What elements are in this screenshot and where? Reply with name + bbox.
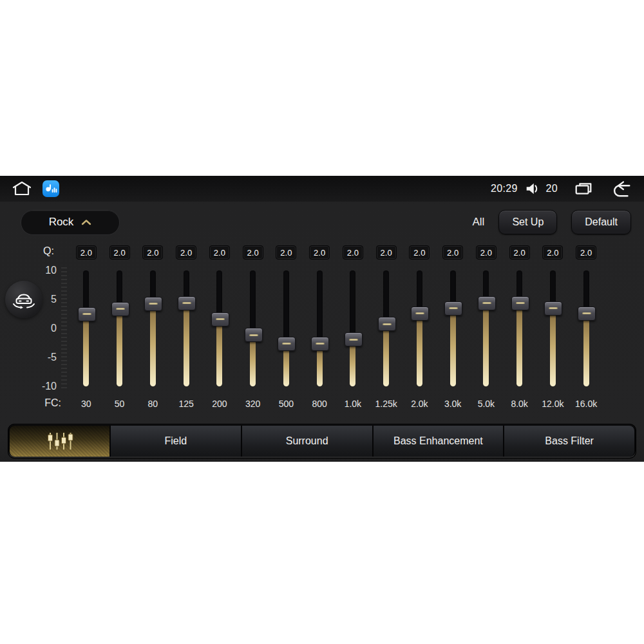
gain-slider-30[interactable] (77, 270, 96, 386)
back-icon[interactable] (611, 180, 632, 198)
slider-fill (350, 344, 355, 386)
slider-handle[interactable] (278, 337, 296, 351)
gain-slider-3.0k[interactable] (443, 270, 462, 386)
q-value-16.0k[interactable]: 2.0 (576, 245, 596, 260)
eq-band-320: 2.0320 (236, 245, 270, 413)
slider-fill (417, 318, 422, 386)
freq-label: 125 (178, 399, 193, 409)
freq-label: 80 (148, 399, 158, 409)
freq-label: 3.0k (444, 399, 461, 409)
gain-slider-320[interactable] (243, 270, 263, 386)
slider-fill (216, 324, 222, 386)
slider-handle[interactable] (78, 307, 96, 321)
q-value-500[interactable]: 2.0 (276, 245, 296, 260)
gain-slider-1.25k[interactable] (377, 270, 396, 386)
tab-field[interactable]: Field (109, 426, 241, 457)
q-value-8.0k[interactable]: 2.0 (509, 245, 530, 260)
preset-value: Rock (49, 216, 74, 229)
freq-label: 5.0k (478, 399, 495, 409)
gain-slider-1.0k[interactable] (343, 270, 363, 386)
freq-label: 320 (245, 399, 260, 409)
tab-label: Field (165, 435, 187, 447)
eq-band-80: 2.080 (137, 245, 170, 413)
slider-handle[interactable] (444, 301, 462, 316)
slider-handle[interactable] (211, 312, 229, 327)
scale-ticks (61, 267, 67, 388)
gain-slider-8.0k[interactable] (510, 270, 529, 386)
slider-handle[interactable] (311, 337, 329, 351)
freq-label: 50 (115, 399, 125, 409)
all-label[interactable]: All (472, 216, 484, 229)
eq-band-3.0k: 2.03.0k (436, 245, 469, 413)
gain-slider-12.0k[interactable] (543, 270, 562, 386)
q-value-320[interactable]: 2.0 (243, 245, 263, 260)
gain-slider-5.0k[interactable] (477, 270, 496, 386)
q-value-3.0k[interactable]: 2.0 (442, 245, 463, 260)
slider-fill (317, 348, 323, 386)
q-value-1.0k[interactable]: 2.0 (343, 245, 363, 260)
handle-grip-line (82, 313, 91, 315)
q-value-1.25k[interactable]: 2.0 (376, 245, 397, 260)
status-bar: 20:29 20 (0, 176, 644, 202)
preset-dropdown[interactable]: Rock (21, 210, 120, 235)
gain-slider-500[interactable] (276, 270, 296, 386)
handle-grip-line (316, 343, 325, 345)
gain-slider-2.0k[interactable] (410, 270, 429, 386)
eq-bands: 2.0302.0502.0802.01252.02002.03202.05002… (70, 245, 603, 413)
ai-assistant-icon[interactable] (43, 180, 59, 197)
slider-fill (516, 308, 522, 386)
gain-slider-800[interactable] (310, 270, 329, 386)
slider-handle[interactable] (544, 301, 562, 316)
gain-slider-200[interactable] (210, 270, 229, 386)
eq-band-12.0k: 2.012.0k (536, 245, 570, 413)
recent-apps-icon[interactable] (573, 180, 594, 197)
home-icon[interactable] (12, 180, 32, 198)
slider-handle[interactable] (144, 297, 162, 311)
scale-label: 0 (18, 323, 57, 334)
freq-label: 30 (81, 399, 91, 409)
q-value-800[interactable]: 2.0 (309, 245, 330, 260)
eq-band-1.0k: 2.01.0k (336, 245, 370, 413)
handle-grip-line (216, 318, 225, 320)
tab-eq[interactable] (10, 426, 109, 457)
gain-slider-80[interactable] (143, 270, 162, 386)
slider-handle[interactable] (511, 296, 529, 310)
eq-band-50: 2.050 (103, 245, 137, 413)
setup-button[interactable]: Set Up (498, 210, 557, 234)
q-value-12.0k[interactable]: 2.0 (542, 245, 563, 260)
q-value-80[interactable]: 2.0 (142, 245, 163, 260)
slider-fill (83, 319, 89, 386)
slider-handle[interactable] (178, 296, 196, 310)
tab-label: Bass Filter (545, 435, 594, 447)
q-value-5.0k[interactable]: 2.0 (476, 245, 497, 260)
gain-slider-16.0k[interactable] (576, 270, 596, 386)
slider-handle[interactable] (345, 332, 363, 346)
slider-fill (483, 308, 489, 386)
slider-handle[interactable] (378, 317, 396, 331)
freq-label: 1.25k (375, 399, 397, 409)
q-value-30[interactable]: 2.0 (76, 245, 97, 260)
gain-slider-125[interactable] (176, 270, 196, 386)
eq-band-125: 2.0125 (169, 245, 203, 413)
eq-band-2.0k: 2.02.0k (403, 245, 437, 413)
fc-row-label: FC: (26, 397, 61, 409)
q-value-200[interactable]: 2.0 (209, 245, 230, 260)
handle-grip-line (182, 302, 191, 304)
freq-label: 200 (212, 399, 227, 409)
q-value-50[interactable]: 2.0 (109, 245, 130, 260)
slider-handle[interactable] (245, 328, 263, 342)
tab-bass_enhancement[interactable]: Bass Enhancement (372, 426, 504, 457)
slider-handle[interactable] (411, 307, 429, 321)
q-value-125[interactable]: 2.0 (176, 245, 196, 260)
gain-slider-50[interactable] (110, 270, 129, 386)
eq-band-5.0k: 2.05.0k (469, 245, 503, 413)
tab-surround[interactable]: Surround (241, 426, 372, 457)
slider-handle[interactable] (111, 302, 129, 316)
scale-label: 10 (18, 265, 57, 276)
slider-handle[interactable] (578, 307, 596, 321)
default-button[interactable]: Default (571, 210, 631, 234)
eq-band-200: 2.0200 (203, 245, 236, 413)
slider-handle[interactable] (478, 296, 496, 310)
tab-bass_filter[interactable]: Bass Filter (503, 426, 634, 457)
q-value-2.0k[interactable]: 2.0 (409, 245, 430, 260)
